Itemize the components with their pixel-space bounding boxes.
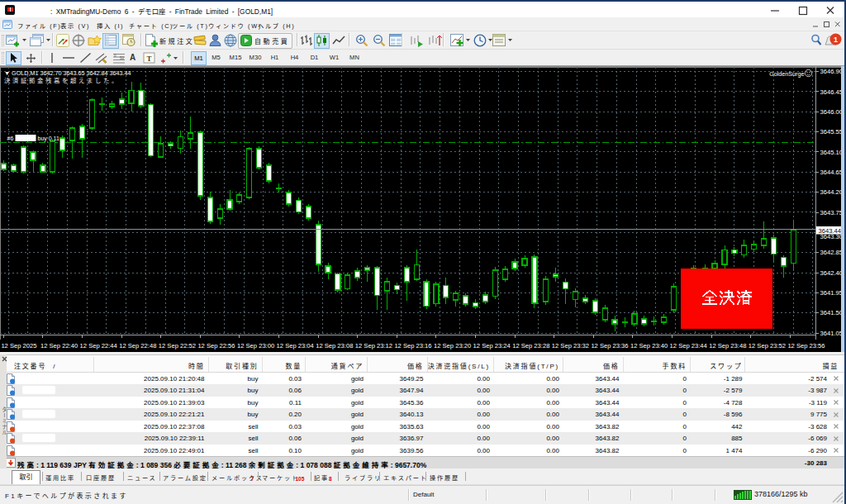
svg-text:12 Sep 23:20: 12 Sep 23:20 bbox=[434, 342, 471, 349]
svg-text:T: T bbox=[146, 55, 151, 63]
svg-text:▼ GOLD,M1 3642.70 3643.65 3642: ▼ GOLD,M1 3642.70 3643.65 3642.84 3643.4… bbox=[4, 69, 131, 77]
svg-text:buy 0.11: buy 0.11 bbox=[38, 136, 59, 142]
svg-text:1: 1 bbox=[834, 36, 838, 44]
svg-text:3643.75: 3643.75 bbox=[820, 209, 843, 216]
svg-text:12 Sep 23:00: 12 Sep 23:00 bbox=[237, 342, 274, 349]
svg-text:3641.05: 3641.05 bbox=[820, 330, 843, 337]
svg-text:12 Sep 23:48: 12 Sep 23:48 bbox=[709, 342, 746, 349]
svg-text:3645.10: 3645.10 bbox=[820, 149, 843, 156]
svg-text:12 Sep 23:28: 12 Sep 23:28 bbox=[512, 342, 549, 349]
svg-text:GoldenSurge: GoldenSurge bbox=[769, 70, 804, 78]
svg-text:3641.95: 3641.95 bbox=[820, 289, 843, 297]
svg-text:12 Sep 23:52: 12 Sep 23:52 bbox=[749, 342, 786, 349]
svg-text:12 Sep 23:40: 12 Sep 23:40 bbox=[630, 342, 668, 349]
svg-text:50: 50 bbox=[120, 56, 125, 60]
svg-text:12 Sep 23:36: 12 Sep 23:36 bbox=[591, 342, 628, 349]
svg-text:決済証拠金残高を超えました。: 決済証拠金残高を超えました。 bbox=[4, 77, 120, 84]
svg-text:3646.00: 3646.00 bbox=[820, 108, 843, 116]
svg-text:12 Sep 23:56: 12 Sep 23:56 bbox=[787, 342, 825, 349]
svg-text:3646.45: 3646.45 bbox=[820, 88, 843, 96]
svg-text:12 Sep 22:48: 12 Sep 22:48 bbox=[119, 342, 156, 349]
svg-text:12 Sep 23:16: 12 Sep 23:16 bbox=[394, 342, 431, 349]
svg-text:12 Sep 23:08: 12 Sep 23:08 bbox=[316, 342, 353, 349]
svg-text:12 Sep 22:44: 12 Sep 22:44 bbox=[80, 342, 117, 349]
svg-text:3643.44: 3643.44 bbox=[819, 227, 841, 235]
svg-text:#6: #6 bbox=[7, 136, 14, 141]
svg-text:3642.40: 3642.40 bbox=[820, 269, 843, 277]
svg-text:3641.50: 3641.50 bbox=[820, 309, 843, 316]
svg-text:3645.55: 3645.55 bbox=[820, 128, 843, 136]
svg-text:12 Sep 23:24: 12 Sep 23:24 bbox=[473, 342, 511, 349]
svg-text:12 Sep 2025: 12 Sep 2025 bbox=[1, 342, 36, 349]
svg-text:3644.65: 3644.65 bbox=[820, 169, 843, 176]
svg-text:12 Sep 22:52: 12 Sep 22:52 bbox=[159, 342, 196, 349]
svg-text:12 Sep 22:56: 12 Sep 22:56 bbox=[197, 342, 235, 349]
svg-text:3642.85: 3642.85 bbox=[820, 249, 843, 256]
svg-text:12 Sep 23:44: 12 Sep 23:44 bbox=[670, 342, 707, 349]
svg-text:3646.90: 3646.90 bbox=[820, 68, 843, 75]
svg-text:3644.20: 3644.20 bbox=[820, 188, 843, 196]
svg-text:12 Sep 23:04: 12 Sep 23:04 bbox=[277, 342, 314, 349]
svg-text:12 Sep 23:12: 12 Sep 23:12 bbox=[355, 342, 392, 349]
svg-text:12 Sep 23:32: 12 Sep 23:32 bbox=[552, 342, 589, 349]
svg-text:12 Sep 22:40: 12 Sep 22:40 bbox=[40, 342, 78, 349]
